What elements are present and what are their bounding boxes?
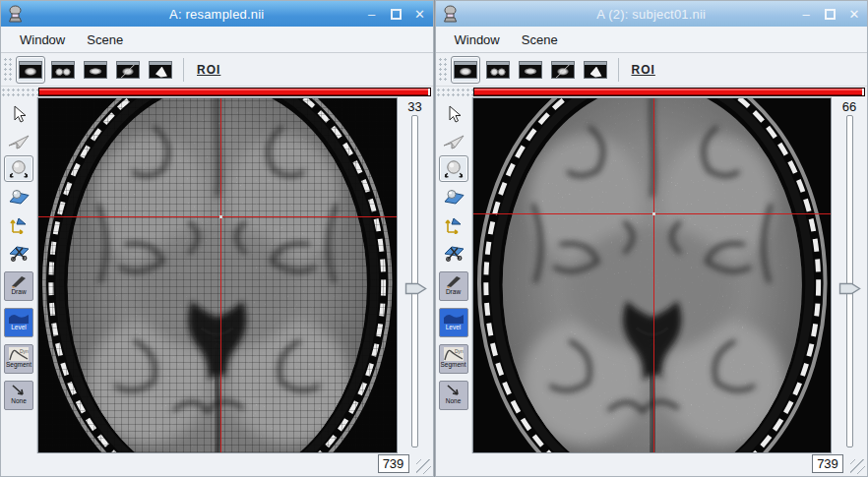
sagittal-view-button[interactable] bbox=[81, 56, 110, 84]
toolbar-drag-handle[interactable] bbox=[3, 57, 13, 83]
cursor-icon bbox=[9, 104, 29, 124]
crosshair-horizontal bbox=[38, 216, 397, 217]
window-subject01: A (2): subject01.nii – ✕ Window Scene RO… bbox=[435, 0, 868, 477]
trackball-tool-button[interactable] bbox=[4, 155, 33, 182]
trackball-icon bbox=[8, 159, 30, 179]
axial-view-icon bbox=[19, 61, 42, 79]
roi-button[interactable]: ROI bbox=[192, 60, 225, 80]
slice-viewport[interactable] bbox=[472, 97, 833, 453]
maximize-icon[interactable] bbox=[825, 9, 836, 20]
segment-tool-button[interactable]: Dyn Segment bbox=[439, 344, 468, 374]
range-row bbox=[436, 87, 868, 97]
anatomist-logo-icon bbox=[442, 5, 459, 23]
3d-view-icon bbox=[149, 61, 172, 79]
maximize-icon[interactable] bbox=[391, 9, 402, 20]
level-tool-button[interactable]: Level bbox=[4, 308, 33, 337]
segment-tool-button[interactable]: Dyn Segment bbox=[4, 344, 33, 374]
anatomist-logo-icon bbox=[7, 5, 24, 23]
crosshair-center bbox=[652, 212, 655, 215]
slice-slider-handle[interactable] bbox=[838, 281, 862, 296]
range-drag-handle[interactable] bbox=[1, 88, 38, 96]
axial-view-button[interactable] bbox=[451, 56, 480, 84]
none-arrow-icon bbox=[444, 384, 464, 397]
menu-window[interactable]: Window bbox=[11, 29, 74, 51]
referential-tool-button[interactable] bbox=[4, 210, 33, 237]
3d-view-button[interactable] bbox=[581, 56, 610, 84]
slice-slider-panel: 33 bbox=[398, 97, 433, 453]
selection-tool-button[interactable] bbox=[439, 100, 468, 127]
sagittal-view-icon bbox=[84, 61, 107, 79]
red-range-bar[interactable] bbox=[38, 88, 431, 96]
crosshair-center bbox=[219, 215, 222, 218]
oblique-plane-icon bbox=[443, 187, 465, 207]
close-icon[interactable]: ✕ bbox=[847, 8, 861, 21]
statusbar: 739 bbox=[436, 453, 868, 476]
none-tool-button[interactable]: None bbox=[439, 381, 468, 410]
sagittal-view-icon bbox=[519, 61, 542, 79]
level-wave-icon bbox=[444, 311, 464, 324]
axes-icon bbox=[8, 214, 30, 234]
segment-dyn-text: Dyn bbox=[455, 348, 464, 354]
cursor-icon bbox=[444, 104, 464, 124]
toolbar-drag-handle[interactable] bbox=[438, 57, 448, 83]
oblique-plane-icon bbox=[8, 187, 30, 207]
3d-view-button[interactable] bbox=[146, 56, 175, 84]
menu-scene[interactable]: Scene bbox=[78, 29, 132, 51]
axial-view-button[interactable] bbox=[16, 56, 45, 84]
trackball-tool-button[interactable] bbox=[439, 155, 468, 182]
histogram-curve-icon: Dyn bbox=[444, 347, 464, 361]
axes-icon bbox=[443, 214, 465, 234]
range-drag-handle[interactable] bbox=[436, 88, 473, 96]
sagittal-view-button[interactable] bbox=[516, 56, 545, 84]
view-toolbar: ROI bbox=[436, 53, 868, 87]
slice-viewport[interactable] bbox=[37, 97, 398, 453]
titlebar[interactable]: A (2): subject01.nii – ✕ bbox=[436, 1, 868, 27]
resize-grip-icon[interactable] bbox=[416, 459, 431, 474]
cut-plane-tool-button[interactable] bbox=[439, 238, 468, 265]
fly-tool-button[interactable] bbox=[4, 128, 33, 154]
coronal-view-button[interactable] bbox=[483, 56, 513, 84]
minimize-icon[interactable]: – bbox=[365, 8, 379, 21]
level-tool-label: Level bbox=[11, 324, 27, 330]
oblique-plane-tool-button[interactable] bbox=[439, 183, 468, 209]
red-range-bar[interactable] bbox=[473, 88, 866, 96]
oblique-plane-tool-button[interactable] bbox=[4, 183, 33, 209]
draw-tool-button[interactable]: Draw bbox=[4, 271, 33, 301]
menu-scene[interactable]: Scene bbox=[513, 29, 567, 51]
oblique-view-button[interactable] bbox=[113, 56, 143, 84]
none-tool-label: None bbox=[11, 397, 27, 404]
none-tool-label: None bbox=[446, 397, 462, 404]
draw-tool-button[interactable]: Draw bbox=[439, 271, 468, 301]
close-icon[interactable]: ✕ bbox=[413, 8, 427, 21]
window-resampled: A: resampled.nii – ✕ Window Scene ROI bbox=[0, 0, 434, 477]
menu-window[interactable]: Window bbox=[446, 29, 509, 51]
paintbrush-icon bbox=[9, 274, 29, 288]
titlebar[interactable]: A: resampled.nii – ✕ bbox=[1, 1, 433, 27]
tool-sidebar: Draw Level Dyn Segment None bbox=[1, 97, 37, 453]
cut-plane-tool-button[interactable] bbox=[4, 238, 33, 265]
minimize-icon[interactable]: – bbox=[799, 8, 813, 21]
oblique-view-icon bbox=[116, 61, 140, 79]
coronal-view-button[interactable] bbox=[48, 56, 78, 84]
referential-tool-button[interactable] bbox=[439, 210, 468, 237]
coronal-view-icon bbox=[486, 61, 510, 79]
resize-grip-icon[interactable] bbox=[850, 459, 865, 474]
oblique-view-button[interactable] bbox=[548, 56, 578, 84]
toolbar-separator bbox=[183, 58, 184, 82]
3d-view-icon bbox=[584, 61, 607, 79]
selection-tool-button[interactable] bbox=[4, 100, 33, 127]
level-wave-icon bbox=[9, 311, 29, 324]
scissors-plane-icon bbox=[443, 242, 465, 262]
slice-max-value: 739 bbox=[378, 454, 409, 473]
tool-sidebar: Draw Level Dyn Segment None bbox=[436, 97, 472, 453]
slice-slider-handle[interactable] bbox=[404, 281, 428, 296]
toolbar-separator bbox=[618, 58, 619, 82]
paper-plane-icon bbox=[443, 133, 465, 150]
roi-button[interactable]: ROI bbox=[627, 60, 660, 80]
none-tool-button[interactable]: None bbox=[4, 381, 33, 410]
segment-tool-label: Segment bbox=[440, 361, 465, 368]
crosshair-vertical bbox=[220, 98, 221, 452]
fly-tool-button[interactable] bbox=[439, 128, 468, 154]
level-tool-label: Level bbox=[446, 324, 462, 330]
level-tool-button[interactable]: Level bbox=[439, 308, 468, 337]
